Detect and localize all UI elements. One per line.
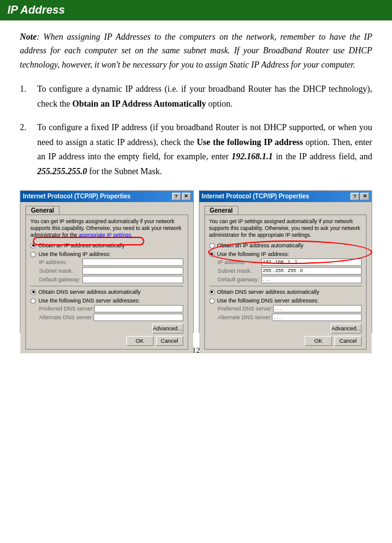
- right-win-content: General You can get IP settings assigned…: [199, 202, 372, 353]
- left-field-ip: IP address:: [30, 258, 183, 266]
- left-panel: You can get IP settings assigned automat…: [25, 214, 188, 350]
- left-input-dns1[interactable]: [94, 305, 183, 312]
- left-label-dns2: Alternate DNS server:: [39, 314, 94, 320]
- right-radio-1-label: Obtain an IP address automatically: [217, 242, 303, 249]
- right-radio-2-circle[interactable]: [209, 252, 215, 257]
- left-cancel-label: Cancel: [160, 338, 178, 344]
- screenshot-right: Internet Protocol (TCP/IP) Properties ? …: [199, 190, 373, 333]
- right-tab-label: General: [210, 207, 233, 214]
- left-radio-3-circle[interactable]: [30, 289, 36, 295]
- right-radio-4-circle[interactable]: [209, 298, 215, 304]
- left-field-dns2: Alternate DNS server:: [30, 314, 183, 321]
- page-container: IP Address Note: When assigning IP Addre…: [0, 0, 392, 543]
- right-radio-1-circle[interactable]: [209, 243, 215, 249]
- right-radio-4-row[interactable]: Use the following DNS server addresses:: [209, 298, 362, 304]
- right-field-ip: IP address: 192 . 168 . 1 . 1: [209, 258, 362, 266]
- left-tab-general[interactable]: General: [25, 206, 59, 214]
- right-label-ip: IP address:: [218, 259, 261, 265]
- screenshots-row: Internet Protocol (TCP/IP) Properties ? …: [20, 190, 372, 333]
- left-radio-4-circle[interactable]: [30, 298, 36, 304]
- left-ok-btn[interactable]: OK: [126, 336, 154, 346]
- right-advanced-label: Advanced...: [331, 325, 361, 332]
- right-input-subnet[interactable]: 255 . 255 . 255 . 0: [261, 267, 362, 275]
- left-tab-bar: General: [25, 206, 188, 214]
- right-radio-3-circle[interactable]: [209, 289, 215, 295]
- left-radio-3-row[interactable]: Obtain DNS server address automatically: [30, 289, 183, 295]
- instruction-num-1: 1.: [20, 82, 37, 97]
- right-input-dns1[interactable]: . . .: [273, 305, 362, 312]
- right-radio-group-1: Obtain an IP address automatically: [209, 242, 362, 249]
- left-advanced-label: Advanced...: [153, 325, 183, 332]
- right-cancel-btn[interactable]: Cancel: [334, 336, 362, 346]
- right-label-gateway: Default gateway:: [218, 276, 261, 283]
- right-input-dns1-value: . . .: [275, 306, 282, 311]
- right-desc: You can get IP settings assigned automat…: [209, 218, 362, 239]
- right-radio-3-label: Obtain DNS server address automatically: [217, 289, 320, 295]
- left-radio-2-circle[interactable]: [30, 252, 36, 257]
- right-radio-1-row[interactable]: Obtain an IP address automatically: [209, 242, 362, 249]
- right-win-buttons: ? ✕: [351, 193, 369, 200]
- left-help-btn[interactable]: ?: [172, 193, 181, 200]
- left-label-dns1: Preferred DNS server:: [39, 306, 94, 312]
- right-input-dns2[interactable]: . . .: [272, 314, 362, 321]
- left-input-subnet[interactable]: [82, 267, 183, 275]
- left-field-subnet: Subnet mask:: [30, 267, 183, 275]
- bold-obtain: Obtain an IP Address Automatically: [72, 99, 206, 108]
- right-radio-group-4: Use the following DNS server addresses: …: [209, 298, 362, 321]
- left-close-btn[interactable]: ✕: [182, 193, 191, 200]
- right-help-btn[interactable]: ?: [351, 193, 359, 200]
- right-tab-general[interactable]: General: [204, 206, 238, 214]
- left-radio-2-label: Use the following IP address:: [38, 251, 110, 257]
- left-title-text: Internet Protocol (TCP/IP) Properties: [23, 193, 131, 200]
- right-input-gateway[interactable]: . . .: [261, 276, 362, 283]
- left-input-dns2[interactable]: [94, 314, 183, 321]
- left-win-buttons: ? ✕: [172, 193, 191, 200]
- left-advanced-btn[interactable]: Advanced...: [152, 324, 183, 333]
- left-radio-1-label: Obtain an IP address automatically: [38, 242, 124, 249]
- left-input-ip[interactable]: [82, 258, 183, 266]
- example-subnet: 255.255.255.0: [37, 167, 87, 176]
- left-win-content: General You can get IP settings assigned…: [20, 202, 193, 353]
- left-desc-link[interactable]: appropriate IP settings: [79, 232, 131, 238]
- left-radio-1-row[interactable]: Obtain an IP address automatically: [30, 242, 183, 249]
- right-input-ip[interactable]: 192 . 168 . 1 . 1: [261, 258, 362, 266]
- left-radio-1-circle[interactable]: [30, 243, 36, 249]
- right-close-btn[interactable]: ✕: [360, 193, 369, 200]
- right-radio-3-row[interactable]: Obtain DNS server address automatically: [209, 289, 362, 295]
- instruction-text-1: To configure a dynamic IP address (i.e. …: [37, 82, 372, 112]
- left-tab-label: General: [31, 207, 54, 214]
- example-ip: 192.168.1.1: [232, 152, 273, 161]
- left-field-gateway: Default gateway:: [30, 276, 183, 283]
- left-radio-2-row[interactable]: Use the following IP address:: [30, 251, 183, 257]
- right-advanced-btn[interactable]: Advanced...: [331, 324, 362, 333]
- left-divider: [30, 286, 183, 286]
- right-ok-label: OK: [314, 338, 322, 344]
- right-radio-2-row[interactable]: Use the following IP address:: [209, 251, 362, 257]
- right-input-ip-value: 192 . 168 . 1 . 1: [263, 259, 298, 265]
- right-panel: You can get IP settings assigned automat…: [204, 214, 367, 350]
- left-label-subnet: Subnet mask:: [39, 268, 82, 274]
- screenshot-left: Internet Protocol (TCP/IP) Properties ? …: [20, 190, 194, 333]
- bold-use-following: Use the following IP address: [197, 138, 303, 147]
- right-field-gateway: Default gateway: . . .: [209, 276, 362, 283]
- right-dialog-buttons: OK Cancel: [209, 336, 362, 346]
- right-ok-btn[interactable]: OK: [305, 336, 332, 346]
- left-ok-label: OK: [136, 338, 144, 344]
- right-input-subnet-value: 255 . 255 . 255 . 0: [263, 268, 303, 273]
- right-field-subnet: Subnet mask: 255 . 255 . 255 . 0: [209, 267, 362, 275]
- note-label: Note: [20, 32, 37, 42]
- left-input-gateway[interactable]: [82, 276, 183, 283]
- left-desc: You can get IP settings assigned automat…: [30, 218, 183, 239]
- left-label-gateway: Default gateway:: [39, 276, 82, 283]
- right-title-text: Internet Protocol (TCP/IP) Properties: [202, 193, 310, 200]
- instruction-list: 1. To configure a dynamic IP address (i.…: [20, 82, 372, 179]
- page-title: IP Address: [7, 4, 65, 16]
- left-titlebar: Internet Protocol (TCP/IP) Properties ? …: [20, 191, 193, 202]
- right-input-dns2-value: . . .: [274, 314, 281, 320]
- left-cancel-btn[interactable]: Cancel: [156, 336, 183, 346]
- right-divider: [209, 286, 362, 286]
- left-radio-group-1: Obtain an IP address automatically: [30, 242, 183, 249]
- left-radio-3-label: Obtain DNS server address automatically: [38, 289, 141, 295]
- left-radio-group-3: Obtain DNS server address automatically: [30, 289, 183, 295]
- left-radio-4-row[interactable]: Use the following DNS server addresses:: [30, 298, 183, 304]
